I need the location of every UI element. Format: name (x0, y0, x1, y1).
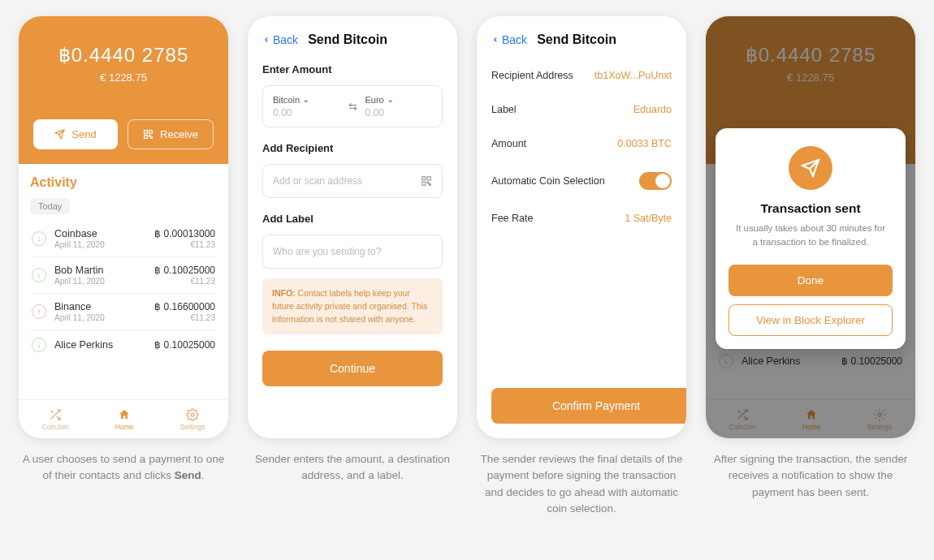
qr-scan-icon[interactable] (421, 175, 432, 187)
modal-subtitle: It usually takes about 30 minutes for a … (729, 222, 893, 250)
svg-rect-0 (145, 131, 148, 134)
tx-row[interactable]: ↓ Bob MartinApril 11, 2020 ฿ 0.10025000€… (30, 257, 217, 294)
nav-coinjoin[interactable]: CoinJoin (42, 408, 69, 431)
svg-rect-10 (430, 184, 431, 186)
caption: After signing the transaction, the sende… (706, 451, 915, 501)
amount-input[interactable]: Bitcoin⌄ 0.00 ⇆ Euro⌄ 0.00 (262, 85, 443, 127)
incoming-icon: ↓ (32, 338, 46, 352)
back-button[interactable]: Back (262, 33, 298, 46)
row-value: Eduardo (633, 104, 672, 115)
phone-send-form: Back Send Bitcoin Enter Amount Bitcoin⌄ … (248, 16, 457, 438)
row-label: Fee Rate (491, 213, 533, 224)
phone-home: ฿0.4440 2785 € 1228.75 Send Receive Acti… (19, 16, 228, 438)
form: Enter Amount Bitcoin⌄ 0.00 ⇆ Euro⌄ 0.00 … (248, 58, 457, 386)
home-icon (118, 408, 131, 421)
tx-row[interactable]: ↑ BinanceApril 11, 2020 ฿ 0.16600000€11.… (30, 294, 217, 330)
send-icon (54, 129, 65, 140)
done-button[interactable]: Done (729, 265, 893, 296)
send-button[interactable]: Send (33, 119, 118, 149)
balance-header: ฿0.4440 2785 € 1228.75 Send Receive (19, 16, 228, 164)
amount-a-value[interactable]: 0.00 (273, 107, 340, 118)
nav-label: Home (115, 423, 134, 431)
receive-label: Receive (160, 128, 198, 140)
currency-b-selector[interactable]: Euro⌄ (365, 94, 433, 105)
svg-point-5 (191, 413, 194, 416)
coin-selection-toggle[interactable] (639, 172, 672, 190)
tx-date: April 11, 2020 (54, 240, 154, 249)
qr-icon (143, 129, 154, 140)
chevron-left-icon (491, 34, 499, 45)
tx-eur: €11.23 (154, 313, 215, 322)
date-pill: Today (30, 198, 70, 214)
continue-button[interactable]: Continue (262, 351, 443, 386)
svg-rect-4 (151, 137, 153, 139)
tx-eur: €11.23 (154, 240, 215, 249)
coin-selection-row[interactable]: Automatic Coin Selection (491, 161, 672, 201)
activity-title: Activity (30, 175, 217, 190)
tx-name: Binance (54, 301, 154, 312)
shuffle-icon (49, 408, 62, 421)
tx-btc: ฿ 0.16600000 (154, 301, 215, 312)
tx-name: Coinbase (54, 228, 154, 239)
modal-title: Transaction sent (729, 201, 893, 216)
enter-amount-label: Enter Amount (262, 63, 443, 75)
svg-rect-1 (149, 131, 153, 134)
incoming-icon: ↓ (32, 231, 46, 246)
tx-row[interactable]: ↓ Alice Perkins ฿ 0.10025000 (30, 330, 217, 360)
chevron-left-icon (262, 34, 270, 45)
tx-row[interactable]: ↓ CoinbaseApril 11, 2020 ฿ 0.00013000€11… (30, 221, 217, 257)
transaction-sent-modal: Transaction sent It usually takes about … (716, 128, 906, 349)
incoming-icon: ↓ (32, 268, 46, 282)
amount-row[interactable]: Amount 0.0033 BTC (491, 127, 672, 161)
header: Back Send Bitcoin (477, 16, 686, 58)
svg-rect-6 (422, 177, 426, 180)
recipient-input[interactable]: Add or scan address (262, 164, 443, 198)
phone-confirmation: ฿0.4440 2785 € 1228.75 x ↑ BinanceApril … (706, 16, 915, 438)
caption: The sender reviews the final details of … (477, 451, 686, 517)
receive-button[interactable]: Receive (128, 119, 214, 149)
svg-rect-9 (427, 182, 429, 183)
swap-icon[interactable]: ⇆ (340, 101, 365, 113)
row-value: 0.0033 BTC (617, 138, 672, 149)
amount-b-value[interactable]: 0.00 (365, 107, 433, 118)
recipient-row[interactable]: Recipient Address tb1XoW...PuUnxt (491, 58, 672, 93)
send-label: Send (71, 128, 96, 140)
nav-home[interactable]: Home (115, 408, 134, 431)
row-value: 1 Sat/Byte (625, 213, 672, 224)
activity-list: ↓ CoinbaseApril 11, 2020 ฿ 0.00013000€11… (30, 221, 217, 360)
page-title: Send Bitcoin (537, 32, 616, 47)
currency-a-selector[interactable]: Bitcoin⌄ (273, 94, 340, 105)
balance-eur: € 1228.75 (100, 71, 147, 84)
chevron-down-icon: ⌄ (302, 94, 309, 105)
svg-rect-8 (422, 182, 426, 185)
svg-rect-7 (427, 177, 430, 180)
tx-name: Bob Martin (54, 265, 154, 276)
label-input[interactable]: Who are you sending to? (262, 235, 443, 269)
tx-date: April 11, 2020 (54, 277, 154, 286)
info-banner: INFO: Contact labels help keep your futu… (262, 278, 443, 334)
header: Back Send Bitcoin (248, 16, 457, 58)
row-label: Recipient Address (491, 70, 573, 81)
tx-date: April 11, 2020 (54, 313, 154, 322)
label-placeholder: Who are you sending to? (273, 246, 381, 257)
review-list: Recipient Address tb1XoW...PuUnxt Label … (477, 58, 686, 235)
tx-btc: ฿ 0.00013000 (154, 228, 215, 239)
caption: Sender enters the amount, a destination … (248, 451, 457, 485)
activity-section: Activity Today ↓ CoinbaseApril 11, 2020 … (19, 164, 228, 438)
phone-review: Back Send Bitcoin Recipient Address tb1X… (477, 16, 686, 438)
confirm-payment-button[interactable]: Confirm Payment (491, 388, 686, 424)
row-value: tb1XoW...PuUnxt (595, 70, 672, 81)
page-title: Send Bitcoin (308, 32, 387, 47)
label-row[interactable]: Label Eduardo (491, 93, 672, 127)
nav-label: CoinJoin (42, 423, 69, 431)
back-button[interactable]: Back (491, 33, 527, 46)
view-explorer-button[interactable]: View in Block Explorer (729, 304, 893, 336)
back-label: Back (502, 33, 527, 46)
back-label: Back (273, 33, 298, 46)
chevron-down-icon: ⌄ (387, 94, 394, 105)
recipient-placeholder: Add or scan address (273, 175, 362, 187)
send-receive-row: Send Receive (33, 119, 214, 149)
svg-rect-3 (149, 136, 151, 137)
nav-settings[interactable]: Settings (180, 408, 205, 431)
fee-row[interactable]: Fee Rate 1 Sat/Byte (491, 201, 672, 235)
